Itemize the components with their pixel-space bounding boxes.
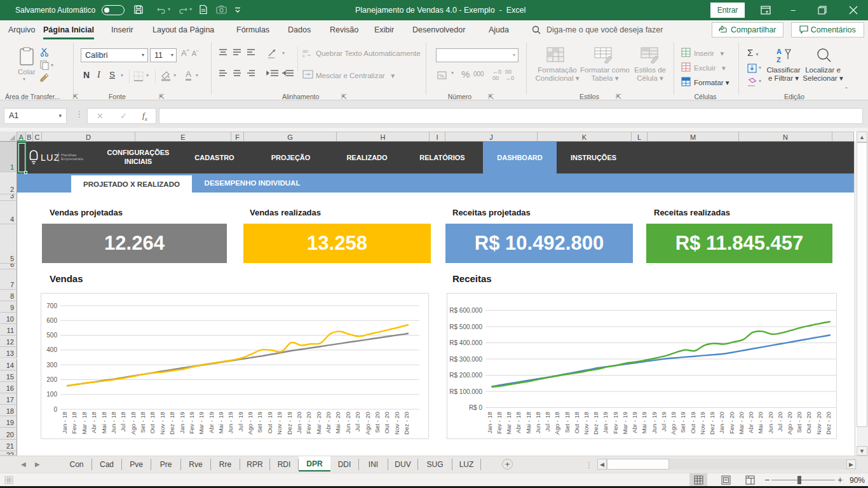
svg-text:Fev - 18: Fev - 18	[71, 412, 78, 434]
svg-text:Dez - 18: Dez - 18	[168, 412, 175, 435]
svg-text:%,: %,	[439, 73, 445, 79]
svg-text:Mar - 18: Mar - 18	[505, 412, 512, 434]
svg-text:Set - 19: Set - 19	[679, 412, 686, 433]
svg-text:Jan - 20: Jan - 20	[295, 412, 302, 433]
svg-text:600: 600	[46, 317, 57, 324]
svg-text:200: 200	[46, 376, 57, 383]
svg-text:Nov - 19: Nov - 19	[276, 412, 283, 435]
svg-text:Jun - 19: Jun - 19	[651, 412, 658, 433]
svg-text:0: 0	[53, 406, 57, 413]
svg-text:Mar - 19: Mar - 19	[621, 412, 628, 434]
svg-text:Jan - 18: Jan - 18	[61, 412, 68, 433]
svg-text:c: c	[302, 53, 305, 58]
svg-text:R$ 100.000: R$ 100.000	[449, 388, 482, 395]
svg-text:Out - 18: Out - 18	[149, 412, 156, 433]
svg-text:Abr - 20: Abr - 20	[325, 412, 332, 433]
svg-text:Nov - 18: Nov - 18	[159, 412, 166, 435]
svg-text:Jul - 20: Jul - 20	[354, 412, 361, 431]
svg-text:Dez - 19: Dez - 19	[286, 412, 293, 435]
svg-text:700: 700	[46, 302, 57, 309]
svg-text:Set - 19: Set - 19	[256, 412, 263, 433]
svg-text:Jun - 20: Jun - 20	[767, 412, 774, 433]
svg-text:Fev - 19: Fev - 19	[188, 412, 195, 434]
svg-text:Jul - 19: Jul - 19	[660, 412, 667, 431]
svg-text:Dez - 18: Dez - 18	[592, 412, 599, 435]
svg-text:Mai - 20: Mai - 20	[334, 412, 341, 433]
svg-text:Nov - 19: Nov - 19	[699, 412, 706, 435]
svg-text:Mai - 18: Mai - 18	[100, 412, 107, 433]
svg-text:R$ 200.000: R$ 200.000	[449, 372, 482, 379]
svg-text:LUZ: LUZ	[41, 152, 60, 163]
svg-text:Planilhas: Planilhas	[61, 153, 76, 157]
svg-text:Nov - 20: Nov - 20	[815, 412, 822, 435]
svg-text:Jan - 19: Jan - 19	[602, 412, 609, 433]
svg-text:Out - 19: Out - 19	[689, 412, 696, 433]
svg-text:R$ 600.000: R$ 600.000	[449, 307, 482, 314]
svg-text:Set - 20: Set - 20	[796, 412, 803, 433]
svg-text:Abr - 18: Abr - 18	[90, 412, 97, 433]
svg-text:Out - 19: Out - 19	[266, 412, 273, 433]
svg-text:Mai - 18: Mai - 18	[525, 412, 532, 433]
svg-text:Jul - 18: Jul - 18	[544, 412, 551, 431]
svg-text:Jul - 18: Jul - 18	[119, 412, 126, 431]
svg-text:R$ 500.000: R$ 500.000	[449, 323, 482, 330]
svg-text:Set - 18: Set - 18	[139, 412, 146, 433]
svg-text:Fev - 20: Fev - 20	[728, 412, 735, 434]
svg-text:Jul - 19: Jul - 19	[237, 412, 244, 431]
svg-text:R$ 300.000: R$ 300.000	[449, 356, 482, 363]
svg-text:Jun - 20: Jun - 20	[344, 412, 351, 433]
svg-text:Dez - 20: Dez - 20	[825, 412, 832, 435]
svg-text:Mar - 19: Mar - 19	[198, 412, 205, 434]
svg-text:Mai - 20: Mai - 20	[757, 412, 764, 433]
svg-text:Ago - 19: Ago - 19	[670, 412, 677, 435]
svg-text:Jun - 19: Jun - 19	[227, 412, 234, 433]
svg-text:Jan - 20: Jan - 20	[718, 412, 725, 433]
svg-text:Ago - 20: Ago - 20	[364, 412, 371, 435]
svg-text:Jan - 19: Jan - 19	[179, 412, 186, 433]
svg-text:Mar - 20: Mar - 20	[738, 412, 745, 434]
svg-text:Jun - 18: Jun - 18	[110, 412, 117, 433]
svg-text:Mar - 20: Mar - 20	[315, 412, 322, 434]
svg-text:Abr - 18: Abr - 18	[515, 412, 522, 433]
svg-text:R$ 0: R$ 0	[469, 404, 483, 411]
svg-text:300: 300	[46, 362, 57, 369]
svg-text:Fev - 18: Fev - 18	[496, 412, 503, 434]
svg-text:Fev - 19: Fev - 19	[612, 412, 619, 434]
svg-text:Ago - 20: Ago - 20	[786, 412, 793, 435]
svg-text:Ago - 18: Ago - 18	[130, 412, 137, 435]
svg-text:Abr - 19: Abr - 19	[631, 412, 638, 433]
svg-text:Out - 18: Out - 18	[573, 412, 580, 433]
svg-text:Out - 20: Out - 20	[383, 412, 390, 433]
svg-text:Set - 18: Set - 18	[564, 412, 571, 433]
svg-text:Dez - 19: Dez - 19	[709, 412, 715, 435]
svg-text:Mai - 19: Mai - 19	[217, 412, 224, 433]
svg-text:400: 400	[46, 346, 57, 353]
svg-text:Z: Z	[776, 56, 781, 64]
svg-text:R$ 400.000: R$ 400.000	[449, 339, 482, 346]
svg-text:Mar - 18: Mar - 18	[81, 412, 88, 434]
svg-text:Ago - 19: Ago - 19	[247, 412, 254, 435]
svg-text:100: 100	[46, 391, 57, 398]
svg-text:Jul - 20: Jul - 20	[776, 412, 783, 431]
svg-text:Set - 20: Set - 20	[374, 412, 381, 433]
svg-text:Out - 20: Out - 20	[805, 412, 812, 433]
svg-text:A: A	[776, 48, 782, 55]
svg-text:Ago - 18: Ago - 18	[553, 412, 560, 435]
svg-text:500: 500	[46, 332, 57, 339]
svg-text:Mai - 19: Mai - 19	[641, 412, 648, 433]
svg-text:Abr - 19: Abr - 19	[208, 412, 215, 433]
svg-text:Jun - 18: Jun - 18	[534, 412, 541, 433]
svg-text:Nov - 20: Nov - 20	[393, 412, 400, 435]
svg-text:Nov - 18: Nov - 18	[583, 412, 590, 435]
svg-text:Jan - 18: Jan - 18	[486, 412, 493, 433]
svg-text:Dez - 20: Dez - 20	[403, 412, 410, 435]
svg-text:Fev - 20: Fev - 20	[305, 412, 312, 434]
svg-text:Abr - 20: Abr - 20	[747, 412, 754, 433]
